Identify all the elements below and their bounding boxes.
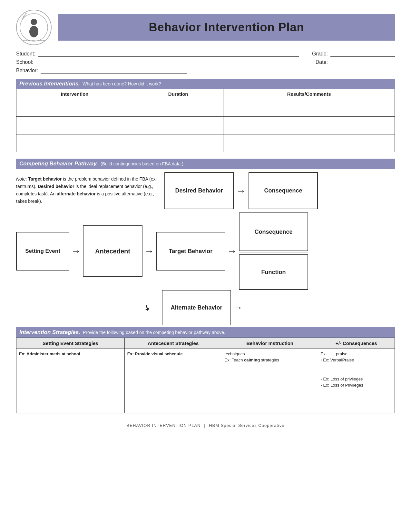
- alternate-pathway-row: ↘ Alternate Behavior →: [16, 290, 395, 325]
- school-date-row: School: Date:: [16, 59, 395, 65]
- antecedent-box: Antecedent: [83, 225, 142, 277]
- grade-field: Grade:: [312, 51, 395, 57]
- function-box: Function: [239, 254, 308, 290]
- arrow-setting-antecedent: →: [69, 246, 83, 257]
- date-label: Date:: [316, 59, 328, 65]
- school-line: [36, 65, 302, 65]
- consequence-mid-box: Consequence: [239, 212, 308, 251]
- strat-cell-consequences: Ex: praise +Ex: VerbalPraise - Ex: Loss …: [318, 349, 395, 413]
- arrow-target-consequence: →: [225, 246, 239, 257]
- prev-header-bold: Previous Interventions.: [19, 81, 80, 87]
- form-fields: Student: Grade: School: Date: Behavior:: [16, 51, 395, 74]
- competing-header-bold: Competing Behavior Pathway.: [19, 161, 98, 167]
- student-field: Student:: [16, 51, 299, 57]
- strat-behavior-techniques: techniques: [225, 351, 315, 356]
- arrow-alternate-function: →: [231, 302, 245, 313]
- cell-duration-3: [133, 134, 223, 152]
- competing-note: Note: Target behavior is the problem beh…: [16, 172, 158, 205]
- setting-event-box: Setting Event: [16, 232, 69, 271]
- strat-header: Intervention Strategies. Provide the fol…: [16, 327, 395, 338]
- prev-header-light: What has been done? How did it work?: [83, 81, 161, 86]
- logo: Special Services Cooperative HAMILTON·BO…: [16, 10, 52, 45]
- strat-header-light: Provide the following based on the compe…: [83, 330, 225, 335]
- strat-cons-verbal: +Ex: VerbalPraise: [321, 358, 392, 362]
- strat-cons-loss1: - Ex: Loss of privileges: [321, 377, 392, 381]
- table-row: [16, 117, 395, 134]
- grade-label: Grade:: [312, 51, 328, 57]
- desired-behavior-box: Desired Behavior: [164, 172, 234, 209]
- col-duration: Duration: [133, 89, 223, 99]
- previous-interventions-section: Previous Interventions. What has been do…: [16, 79, 395, 152]
- strat-cell-behavior: techniques Ex: Teach calming strategies: [222, 349, 318, 413]
- strat-antecedent-ex: Ex: Provide visual schedule: [127, 351, 219, 356]
- behavior-line: [41, 73, 187, 74]
- student-grade-row: Student: Grade:: [16, 51, 395, 57]
- strat-cons-praise: Ex: praise: [321, 351, 392, 356]
- competing-header: Competing Behavior Pathway. (Build conti…: [16, 159, 395, 169]
- cell-intervention-2: [16, 117, 133, 134]
- target-behavior-box: Target Behavior: [156, 232, 225, 271]
- consequence-top-box: Consequence: [249, 172, 318, 209]
- competing-header-light: (Build contingencies based on FBA data.): [101, 161, 183, 166]
- strat-col-antecedent: Antecedent Strategies: [124, 338, 222, 349]
- strat-col-behavior: Behavior Instruction: [222, 338, 318, 349]
- strat-col-setting: Setting Event Strategies: [16, 338, 125, 349]
- strat-cons-loss2: - Ex: Loss of Privileges: [321, 383, 392, 388]
- school-field: School:: [16, 59, 303, 65]
- grade-line: [330, 56, 395, 57]
- alternate-behavior-box: Alternate Behavior: [162, 290, 231, 325]
- footer-text1: BEHAVIOR INTERVENTION PLAN: [127, 423, 201, 428]
- table-header-row: Intervention Duration Results/Comments: [16, 89, 395, 99]
- footer: BEHAVIOR INTERVENTION PLAN | HBM Special…: [16, 423, 395, 428]
- prev-interventions-header: Previous Interventions. What has been do…: [16, 79, 395, 89]
- arrow-antecedent-alternate: ↘: [140, 301, 154, 314]
- main-pathway-row: Setting Event → Antecedent → Target Beha…: [16, 212, 395, 290]
- col-results: Results/Comments: [223, 89, 395, 99]
- arrow-antecedent-target: →: [142, 246, 156, 257]
- svg-text:HAMILTON·BOONE·MADISON·: HAMILTON·BOONE·MADISON·: [21, 13, 37, 20]
- strat-setting-ex: Ex: Administer meds at school.: [19, 351, 122, 356]
- strat-row: Ex: Administer meds at school. Ex: Provi…: [16, 349, 395, 413]
- behavior-row: Behavior:: [16, 68, 395, 74]
- strat-cell-antecedent: Ex: Provide visual schedule: [124, 349, 222, 413]
- col-intervention: Intervention: [16, 89, 133, 99]
- competing-behavior-section: Competing Behavior Pathway. (Build conti…: [16, 159, 395, 325]
- strat-col-consequences: +/- Consequences: [318, 338, 395, 349]
- date-line: [330, 65, 395, 65]
- cell-results-2: [223, 117, 395, 134]
- arrow-desired-consequence: →: [234, 185, 249, 196]
- cell-intervention-1: [16, 99, 133, 117]
- table-row: [16, 134, 395, 152]
- svg-point-2: [29, 26, 38, 37]
- cell-duration-2: [133, 117, 223, 134]
- behavior-label: Behavior:: [16, 68, 38, 74]
- page-header: Special Services Cooperative HAMILTON·BO…: [16, 10, 395, 45]
- cell-intervention-3: [16, 134, 133, 152]
- student-line: [38, 56, 299, 57]
- svg-text:Special Services Cooperative: Special Services Cooperative: [21, 40, 47, 42]
- top-pathway-row: Desired Behavior → Consequence: [164, 172, 395, 209]
- table-row: [16, 99, 395, 117]
- svg-point-1: [31, 19, 37, 25]
- footer-pipe: |: [204, 423, 205, 428]
- strat-header-row: Setting Event Strategies Antecedent Stra…: [16, 338, 395, 349]
- strat-behavior-calming: Ex: Teach calming strategies: [225, 358, 315, 362]
- cell-results-1: [223, 99, 395, 117]
- date-field: Date:: [316, 59, 395, 65]
- footer-text2: HBM Special Services Cooperative: [209, 423, 284, 428]
- strat-cell-setting: Ex: Administer meds at school.: [16, 349, 125, 413]
- intervention-strategies-section: Intervention Strategies. Provide the fol…: [16, 327, 395, 413]
- prev-interventions-table: Intervention Duration Results/Comments: [16, 89, 395, 152]
- student-label: Student:: [16, 51, 35, 57]
- strat-header-bold: Intervention Strategies.: [19, 329, 80, 336]
- title-box: Behavior Intervention Plan: [58, 14, 395, 41]
- cell-results-3: [223, 134, 395, 152]
- page-title: Behavior Intervention Plan: [58, 21, 395, 34]
- note-label: Note: Target behavior is the problem beh…: [16, 176, 157, 204]
- school-label: School:: [16, 59, 33, 65]
- right-col: Consequence Function: [239, 212, 308, 290]
- strat-table: Setting Event Strategies Antecedent Stra…: [16, 338, 395, 413]
- cell-duration-1: [133, 99, 223, 117]
